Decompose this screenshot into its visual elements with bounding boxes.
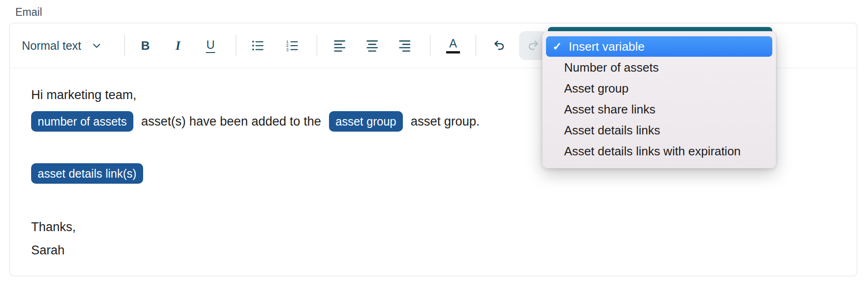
menu-item-insert-variable[interactable]: ✓ Insert variable [546,36,772,57]
align-left-button[interactable] [327,31,353,60]
check-icon: ✓ [551,40,564,53]
email-field-label: Email [15,6,42,19]
bold-button[interactable]: B [132,31,158,60]
bold-icon: B [141,39,150,53]
menu-item-label: Asset share links [564,102,656,117]
sentence-end-text: asset group. [411,114,480,129]
underline-button[interactable]: U [197,31,224,60]
bullet-list-icon [250,38,265,53]
toolbar-divider [124,35,125,56]
menu-item-number-of-assets[interactable]: Number of assets [546,57,772,78]
text-color-icon: A [446,38,460,53]
variable-chip-asset-details-links[interactable]: asset details link(s) [31,163,143,184]
menu-item-asset-group[interactable]: Asset group [546,78,772,99]
bullet-list-button[interactable] [245,31,271,60]
menu-item-label: Asset details links [564,123,660,138]
align-right-button[interactable] [392,31,418,60]
menu-item-label: Insert variable [569,40,644,54]
redo-icon [526,39,540,53]
align-center-button[interactable] [359,31,385,60]
toolbar-divider [316,35,317,56]
numbered-list-icon: 1 2 3 [285,38,300,53]
svg-text:3: 3 [286,47,289,52]
menu-item-label: Asset details links with expiration [564,144,741,159]
menu-item-asset-details-links[interactable]: Asset details links [546,120,772,141]
email-editor-screen: Email Normal text B I U [0,0,868,293]
underline-icon: U [206,38,215,53]
toolbar-divider [475,35,476,56]
menu-item-asset-details-links-with-expiration[interactable]: Asset details links with expiration [546,141,772,162]
empty-line [31,191,835,207]
chevron-down-icon [92,40,102,51]
toolbar-divider [236,35,237,56]
signature-line: Sarah [31,242,835,258]
text-style-value: Normal text [22,39,81,53]
text-style-select[interactable]: Normal text [22,31,113,60]
menu-item-label: Asset group [564,81,629,96]
align-right-icon [397,38,412,53]
insert-variable-menu: ✓ Insert variable Number of assets Asset… [542,31,776,168]
undo-icon [493,39,506,53]
numbered-list-button[interactable]: 1 2 3 [279,31,305,60]
variable-chip-asset-group[interactable]: asset group [329,111,403,132]
text-color-button[interactable]: A [440,31,466,60]
align-center-icon [365,38,380,53]
align-left-icon [332,38,347,53]
variable-chip-number-of-assets[interactable]: number of assets [31,111,133,132]
italic-icon: I [176,39,181,53]
undo-button[interactable] [487,31,513,60]
sentence-text: asset(s) have been added to the [141,114,321,129]
italic-button[interactable]: I [165,31,191,60]
menu-item-label: Number of assets [564,60,659,75]
menu-item-asset-share-links[interactable]: Asset share links [546,99,772,120]
toolbar-divider [430,35,431,56]
closing-line: Thanks, [31,219,835,235]
